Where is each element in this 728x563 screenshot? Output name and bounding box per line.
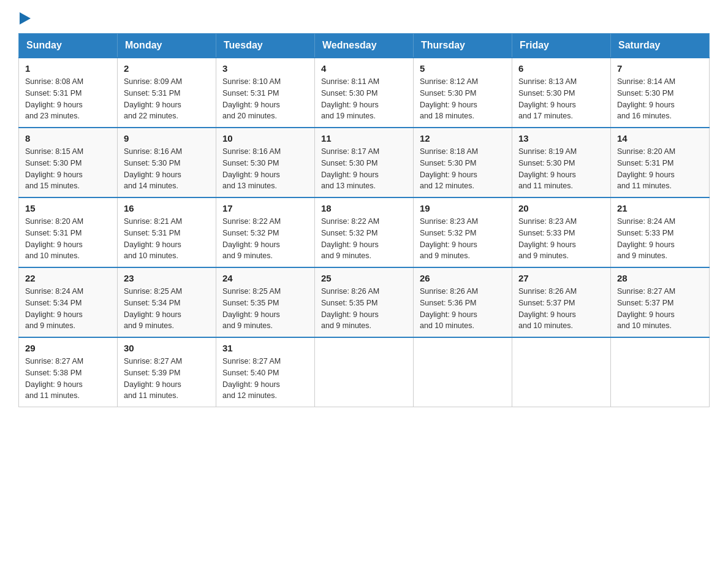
day-info: Sunrise: 8:14 AMSunset: 5:30 PMDaylight:… [617, 76, 703, 122]
table-cell [414, 337, 512, 407]
calendar-table: Sunday Monday Tuesday Wednesday Thursday… [18, 33, 710, 407]
day-info: Sunrise: 8:25 AMSunset: 5:35 PMDaylight:… [222, 286, 308, 332]
table-cell: 18Sunrise: 8:22 AMSunset: 5:32 PMDayligh… [315, 197, 414, 267]
day-number: 28 [617, 273, 703, 283]
table-cell: 20Sunrise: 8:23 AMSunset: 5:33 PMDayligh… [512, 197, 611, 267]
day-number: 9 [124, 133, 210, 144]
day-number: 21 [617, 203, 703, 213]
day-number: 2 [124, 63, 210, 74]
day-number: 16 [124, 203, 210, 213]
day-info: Sunrise: 8:27 AMSunset: 5:39 PMDaylight:… [124, 356, 210, 402]
header-tuesday: Tuesday [216, 34, 315, 58]
table-cell: 26Sunrise: 8:26 AMSunset: 5:36 PMDayligh… [414, 267, 512, 337]
logo-arrow-icon [20, 12, 31, 25]
day-number: 6 [518, 63, 604, 74]
day-number: 20 [518, 203, 604, 213]
table-cell: 25Sunrise: 8:26 AMSunset: 5:35 PMDayligh… [315, 267, 414, 337]
table-cell: 23Sunrise: 8:25 AMSunset: 5:34 PMDayligh… [118, 267, 216, 337]
table-cell: 22Sunrise: 8:24 AMSunset: 5:34 PMDayligh… [19, 267, 118, 337]
day-info: Sunrise: 8:12 AMSunset: 5:30 PMDaylight:… [420, 76, 506, 122]
day-number: 11 [321, 133, 407, 144]
day-number: 1 [25, 63, 111, 74]
day-info: Sunrise: 8:16 AMSunset: 5:30 PMDaylight:… [124, 146, 210, 192]
day-number: 3 [222, 63, 308, 74]
day-number: 17 [222, 203, 308, 213]
day-info: Sunrise: 8:27 AMSunset: 5:40 PMDaylight:… [222, 356, 308, 402]
day-number: 22 [25, 273, 111, 283]
week-row-2: 8Sunrise: 8:15 AMSunset: 5:30 PMDaylight… [19, 128, 710, 197]
day-number: 12 [420, 133, 506, 144]
table-cell: 10Sunrise: 8:16 AMSunset: 5:30 PMDayligh… [216, 128, 315, 197]
day-number: 4 [321, 63, 407, 74]
header-wednesday: Wednesday [315, 34, 414, 58]
table-cell: 19Sunrise: 8:23 AMSunset: 5:32 PMDayligh… [414, 197, 512, 267]
header-saturday: Saturday [611, 34, 710, 58]
table-cell [512, 337, 611, 407]
table-cell: 15Sunrise: 8:20 AMSunset: 5:31 PMDayligh… [19, 197, 118, 267]
table-cell: 16Sunrise: 8:21 AMSunset: 5:31 PMDayligh… [118, 197, 216, 267]
header-sunday: Sunday [19, 34, 118, 58]
day-info: Sunrise: 8:18 AMSunset: 5:30 PMDaylight:… [420, 146, 506, 192]
day-info: Sunrise: 8:27 AMSunset: 5:37 PMDaylight:… [617, 286, 703, 332]
table-cell: 5Sunrise: 8:12 AMSunset: 5:30 PMDaylight… [414, 58, 512, 128]
day-number: 25 [321, 273, 407, 283]
table-cell: 30Sunrise: 8:27 AMSunset: 5:39 PMDayligh… [118, 337, 216, 407]
table-cell: 4Sunrise: 8:11 AMSunset: 5:30 PMDaylight… [315, 58, 414, 128]
day-info: Sunrise: 8:22 AMSunset: 5:32 PMDaylight:… [321, 216, 407, 262]
day-number: 24 [222, 273, 308, 283]
day-number: 7 [617, 63, 703, 74]
header-monday: Monday [118, 34, 216, 58]
table-cell: 2Sunrise: 8:09 AMSunset: 5:31 PMDaylight… [118, 58, 216, 128]
table-cell: 14Sunrise: 8:20 AMSunset: 5:31 PMDayligh… [611, 128, 710, 197]
logo [18, 12, 31, 22]
table-cell: 3Sunrise: 8:10 AMSunset: 5:31 PMDaylight… [216, 58, 315, 128]
day-info: Sunrise: 8:22 AMSunset: 5:32 PMDaylight:… [222, 216, 308, 262]
day-info: Sunrise: 8:24 AMSunset: 5:34 PMDaylight:… [25, 286, 111, 332]
day-number: 14 [617, 133, 703, 144]
day-info: Sunrise: 8:25 AMSunset: 5:34 PMDaylight:… [124, 286, 210, 332]
day-number: 27 [518, 273, 604, 283]
header-friday: Friday [512, 34, 611, 58]
day-info: Sunrise: 8:27 AMSunset: 5:38 PMDaylight:… [25, 356, 111, 402]
table-cell: 7Sunrise: 8:14 AMSunset: 5:30 PMDaylight… [611, 58, 710, 128]
table-cell: 27Sunrise: 8:26 AMSunset: 5:37 PMDayligh… [512, 267, 611, 337]
day-number: 5 [420, 63, 506, 74]
table-cell: 29Sunrise: 8:27 AMSunset: 5:38 PMDayligh… [19, 337, 118, 407]
day-info: Sunrise: 8:20 AMSunset: 5:31 PMDaylight:… [617, 146, 703, 192]
day-number: 10 [222, 133, 308, 144]
day-info: Sunrise: 8:09 AMSunset: 5:31 PMDaylight:… [124, 76, 210, 122]
table-cell: 21Sunrise: 8:24 AMSunset: 5:33 PMDayligh… [611, 197, 710, 267]
day-info: Sunrise: 8:26 AMSunset: 5:37 PMDaylight:… [518, 286, 604, 332]
day-number: 31 [222, 343, 308, 353]
table-cell: 6Sunrise: 8:13 AMSunset: 5:30 PMDaylight… [512, 58, 611, 128]
table-cell: 17Sunrise: 8:22 AMSunset: 5:32 PMDayligh… [216, 197, 315, 267]
day-number: 26 [420, 273, 506, 283]
table-cell: 28Sunrise: 8:27 AMSunset: 5:37 PMDayligh… [611, 267, 710, 337]
day-info: Sunrise: 8:19 AMSunset: 5:30 PMDaylight:… [518, 146, 604, 192]
day-info: Sunrise: 8:20 AMSunset: 5:31 PMDaylight:… [25, 216, 111, 262]
day-info: Sunrise: 8:16 AMSunset: 5:30 PMDaylight:… [222, 146, 308, 192]
day-info: Sunrise: 8:21 AMSunset: 5:31 PMDaylight:… [124, 216, 210, 262]
table-cell: 9Sunrise: 8:16 AMSunset: 5:30 PMDaylight… [118, 128, 216, 197]
table-cell: 11Sunrise: 8:17 AMSunset: 5:30 PMDayligh… [315, 128, 414, 197]
day-info: Sunrise: 8:23 AMSunset: 5:33 PMDaylight:… [518, 216, 604, 262]
week-row-3: 15Sunrise: 8:20 AMSunset: 5:31 PMDayligh… [19, 197, 710, 267]
day-number: 30 [124, 343, 210, 353]
week-row-1: 1Sunrise: 8:08 AMSunset: 5:31 PMDaylight… [19, 58, 710, 128]
day-info: Sunrise: 8:11 AMSunset: 5:30 PMDaylight:… [321, 76, 407, 122]
day-number: 29 [25, 343, 111, 353]
weekday-header-row: Sunday Monday Tuesday Wednesday Thursday… [19, 34, 710, 58]
header-thursday: Thursday [414, 34, 512, 58]
table-cell: 1Sunrise: 8:08 AMSunset: 5:31 PMDaylight… [19, 58, 118, 128]
day-number: 13 [518, 133, 604, 144]
day-info: Sunrise: 8:15 AMSunset: 5:30 PMDaylight:… [25, 146, 111, 192]
day-info: Sunrise: 8:17 AMSunset: 5:30 PMDaylight:… [321, 146, 407, 192]
table-cell: 12Sunrise: 8:18 AMSunset: 5:30 PMDayligh… [414, 128, 512, 197]
day-info: Sunrise: 8:24 AMSunset: 5:33 PMDaylight:… [617, 216, 703, 262]
table-cell: 31Sunrise: 8:27 AMSunset: 5:40 PMDayligh… [216, 337, 315, 407]
table-cell [611, 337, 710, 407]
day-number: 8 [25, 133, 111, 144]
day-number: 18 [321, 203, 407, 213]
week-row-5: 29Sunrise: 8:27 AMSunset: 5:38 PMDayligh… [19, 337, 710, 407]
week-row-4: 22Sunrise: 8:24 AMSunset: 5:34 PMDayligh… [19, 267, 710, 337]
